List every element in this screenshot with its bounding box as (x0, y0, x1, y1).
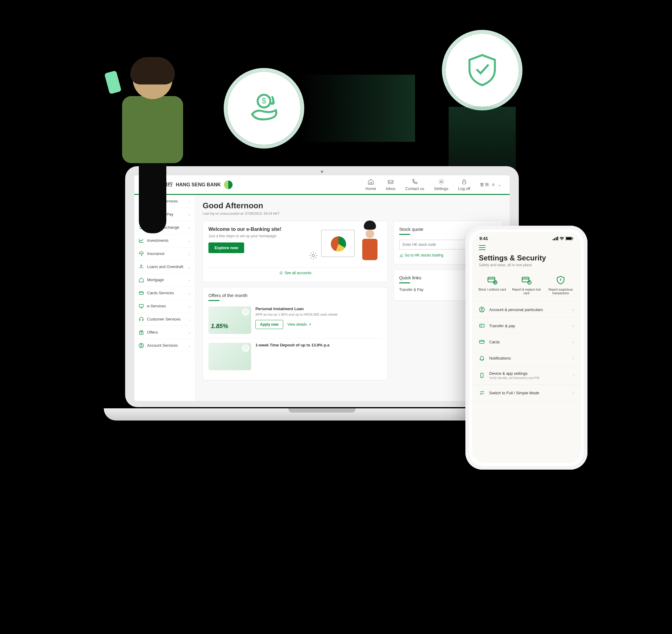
chevron-down-icon: ⌄ (188, 331, 191, 335)
device-icon (479, 372, 485, 379)
svg-point-13 (141, 344, 142, 346)
phone-icon (411, 178, 418, 185)
nav-inbox[interactable]: Inbox (386, 178, 395, 191)
svg-point-8 (141, 265, 142, 267)
sidebar-item-eservices[interactable]: e-Services⌄ (134, 300, 195, 313)
chevron-right-icon: › (573, 390, 574, 395)
sidebar-item-account-services-2[interactable]: Account Services⌄ (134, 339, 195, 352)
welcome-subtitle: Just a few steps to set up your homepage… (208, 234, 281, 238)
svg-point-27 (481, 308, 483, 310)
setting-account-particulars[interactable]: Account & personal particulars › (472, 301, 581, 318)
monitor-icon (139, 303, 144, 309)
chevron-right-icon: › (573, 356, 574, 361)
menu-button[interactable] (479, 245, 486, 250)
transfer-icon (479, 323, 485, 329)
chevron-down-icon: ⌄ (188, 344, 191, 348)
favorite-button[interactable]: ♡ (242, 308, 249, 316)
phone-status-bar: 9:41 (472, 233, 581, 242)
font-size-control[interactable]: A (492, 182, 495, 187)
setting-cards[interactable]: Cards › (472, 334, 581, 350)
offer-thumbnail: ♡ 1.85% (208, 307, 251, 334)
setting-transfer-pay[interactable]: Transfer & pay › (472, 318, 581, 334)
offer-title: Personal Instalment Loan (255, 307, 338, 311)
bell-icon (479, 355, 485, 361)
offer-thumbnail: ♡ (208, 343, 251, 370)
chevron-right-icon: › (573, 339, 574, 344)
explore-now-button[interactable]: Explore now (208, 242, 244, 253)
welcome-illustration (287, 226, 382, 263)
svg-rect-15 (553, 239, 554, 240)
chevron-down-icon: ⌄ (498, 182, 501, 187)
svg-point-3 (440, 181, 442, 183)
nav-home[interactable]: Home (366, 178, 376, 191)
inbox-icon (387, 178, 394, 185)
nav-logoff[interactable]: Log off (458, 178, 470, 191)
setting-switch-mode[interactable]: Switch to Full / Simple Mode › (472, 385, 581, 401)
sidebar-item-mortgage[interactable]: Mortgage⌄ (134, 273, 195, 287)
last-logon-text: Last log on unsuccessful at: 07/06/2023,… (203, 212, 502, 215)
svg-rect-2 (388, 180, 393, 184)
list-icon (279, 271, 283, 275)
chevron-down-icon: ⌄ (188, 304, 191, 308)
phone-mockup: 9:41 Settings & Security Safety and ease… (465, 226, 587, 470)
svg-rect-17 (556, 237, 557, 240)
setting-notifications[interactable]: Notifications › (472, 350, 581, 366)
chevron-down-icon: ⌄ (188, 278, 191, 282)
nav-settings[interactable]: Settings (434, 178, 448, 191)
sidebar-item-customer-services[interactable]: Customer Services⌄ (134, 313, 195, 326)
gear-icon (309, 251, 318, 260)
house-icon (139, 277, 144, 283)
offers-title: Offers of the month (208, 293, 382, 301)
credit-card-icon (139, 290, 144, 296)
sidebar-item-loans[interactable]: Loans and Overdraft⌄ (134, 261, 195, 273)
phone-page-subtitle: Safety and ease, all in one place (472, 263, 581, 273)
stocks-trading-link[interactable]: Go to HK stocks trading (399, 253, 443, 258)
home-icon (367, 178, 374, 185)
phone-page-title: Settings & Security (472, 252, 581, 263)
see-all-accounts-link[interactable]: See all accounts (279, 271, 311, 275)
sidebar-item-cards[interactable]: Cards Services⌄ (134, 287, 195, 300)
apply-now-button[interactable]: Apply now (255, 320, 283, 329)
anniversary-badge-icon (224, 180, 233, 189)
chart-line-icon (399, 253, 403, 258)
gift-icon (139, 330, 144, 335)
chevron-down-icon: ⌄ (188, 317, 191, 321)
offer-item-2: ♡ 1-week Time Deposit of up to 13.9% p.a (208, 338, 382, 374)
switch-icon (479, 390, 485, 396)
action-block-card[interactable]: Block / unblock card (475, 275, 509, 295)
status-time: 9:41 (480, 236, 488, 241)
person-circle-icon (479, 307, 485, 313)
action-report-suspicious[interactable]: Report suspicious transactions (543, 275, 578, 295)
shield-alert-icon (555, 275, 566, 286)
offer-item-1: ♡ 1.85% Personal Instalment Loan APR as … (208, 302, 382, 338)
nav-contact[interactable]: Contact us (405, 178, 424, 191)
svg-rect-16 (554, 238, 555, 240)
svg-point-14 (312, 254, 315, 257)
welcome-title: Welcome to our e-Banking site! (208, 226, 281, 232)
decorative-trail-loan (299, 75, 415, 142)
action-report-lost[interactable]: Report & replace lost card (509, 275, 543, 295)
view-details-link[interactable]: View details ↗ (287, 322, 311, 326)
credit-card-icon (479, 339, 485, 345)
favorite-button[interactable]: ♡ (242, 345, 249, 352)
gear-icon (438, 178, 445, 185)
svg-rect-18 (557, 237, 558, 240)
hand-coin-icon (139, 264, 144, 270)
wifi-icon (559, 237, 564, 240)
chevron-right-icon: › (573, 307, 574, 312)
svg-rect-20 (566, 237, 572, 240)
lock-icon (461, 178, 467, 185)
signal-icon (553, 237, 558, 240)
setting-device-app[interactable]: Device & app settingsVerify identity, se… (472, 366, 581, 385)
offer-title: 1-week Time Deposit of up to 13.9% p.a (255, 343, 330, 347)
greeting-title: Good Afternoon (203, 201, 502, 211)
svg-rect-9 (139, 292, 143, 295)
chevron-right-icon: › (573, 323, 574, 328)
shield-check-icon (445, 33, 519, 107)
card-lost-icon (521, 275, 532, 286)
language-switcher[interactable]: 繁 簡 A ⌄ (480, 182, 501, 188)
svg-rect-10 (139, 304, 143, 307)
sidebar-item-offers[interactable]: Offers⌄ (134, 326, 195, 339)
svg-rect-29 (480, 340, 484, 343)
chevron-down-icon: ⌄ (188, 265, 191, 269)
